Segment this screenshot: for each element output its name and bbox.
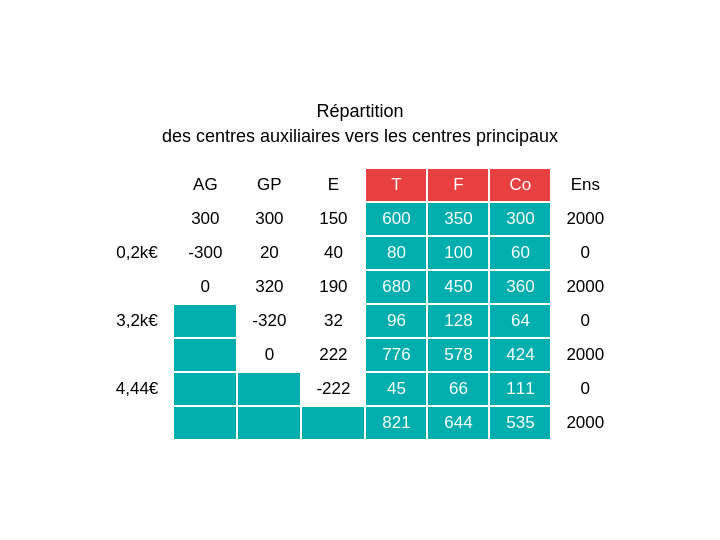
table-row: 8216445352000 xyxy=(101,406,619,440)
table-cell: 96 xyxy=(365,304,427,338)
table-cell: 2000 xyxy=(551,338,619,372)
table-row: 0,2k€-300204080100600 xyxy=(101,236,619,270)
table-cell: 600 xyxy=(365,202,427,236)
table-cell xyxy=(101,270,174,304)
table-cell: 150 xyxy=(301,202,365,236)
table-cell: 2000 xyxy=(551,270,619,304)
table-cell: -320 xyxy=(237,304,301,338)
table-row: AGGPETFCoEns xyxy=(101,168,619,202)
table-row: 4,44€-22245661110 xyxy=(101,372,619,406)
table-cell: 644 xyxy=(427,406,489,440)
table-row: 02227765784242000 xyxy=(101,338,619,372)
table-cell: Co xyxy=(489,168,551,202)
table-cell: 45 xyxy=(365,372,427,406)
table-cell xyxy=(237,406,301,440)
distribution-table: AGGPETFCoEns30030015060035030020000,2k€-… xyxy=(100,167,620,441)
table-cell: -300 xyxy=(173,236,237,270)
table-cell: -222 xyxy=(301,372,365,406)
table-cell: 360 xyxy=(489,270,551,304)
table-cell: GP xyxy=(237,168,301,202)
table-cell: 776 xyxy=(365,338,427,372)
table-cell xyxy=(101,168,174,202)
table-cell: T xyxy=(365,168,427,202)
table-cell: 60 xyxy=(489,236,551,270)
table-cell: 128 xyxy=(427,304,489,338)
table-cell: 4,44€ xyxy=(101,372,174,406)
table-cell: 0 xyxy=(173,270,237,304)
table-cell: 2000 xyxy=(551,406,619,440)
table-cell: 0 xyxy=(551,236,619,270)
table-cell: 111 xyxy=(489,372,551,406)
table-cell xyxy=(101,202,174,236)
table-cell xyxy=(101,338,174,372)
table-cell xyxy=(301,406,365,440)
table-cell: 578 xyxy=(427,338,489,372)
table-row: 03201906804503602000 xyxy=(101,270,619,304)
table-cell: 350 xyxy=(427,202,489,236)
table-cell: 64 xyxy=(489,304,551,338)
table-cell: 3,2k€ xyxy=(101,304,174,338)
table-cell: F xyxy=(427,168,489,202)
table-cell xyxy=(173,338,237,372)
table-cell: 80 xyxy=(365,236,427,270)
table-cell: 66 xyxy=(427,372,489,406)
table-cell: 2000 xyxy=(551,202,619,236)
table-row: 3,2k€-3203296128640 xyxy=(101,304,619,338)
table-row: 3003001506003503002000 xyxy=(101,202,619,236)
table-cell: 300 xyxy=(237,202,301,236)
table-cell xyxy=(173,372,237,406)
table-cell: 190 xyxy=(301,270,365,304)
table-cell: AG xyxy=(173,168,237,202)
table-cell: 300 xyxy=(173,202,237,236)
table-cell: 40 xyxy=(301,236,365,270)
table-cell: 32 xyxy=(301,304,365,338)
table-cell: 300 xyxy=(489,202,551,236)
table-cell xyxy=(101,406,174,440)
table-cell: 0,2k€ xyxy=(101,236,174,270)
table-cell: 222 xyxy=(301,338,365,372)
table-cell: 680 xyxy=(365,270,427,304)
table-cell: 821 xyxy=(365,406,427,440)
table-cell: Ens xyxy=(551,168,619,202)
table-cell: 535 xyxy=(489,406,551,440)
table-cell xyxy=(173,406,237,440)
table-cell: E xyxy=(301,168,365,202)
table-cell: 100 xyxy=(427,236,489,270)
table-cell: 424 xyxy=(489,338,551,372)
table-cell: 20 xyxy=(237,236,301,270)
table-cell: 0 xyxy=(551,304,619,338)
page-title: Répartition des centres auxiliaires vers… xyxy=(162,99,558,149)
table-cell: 320 xyxy=(237,270,301,304)
table-cell: 0 xyxy=(551,372,619,406)
table-cell xyxy=(173,304,237,338)
table-cell: 0 xyxy=(237,338,301,372)
table-cell xyxy=(237,372,301,406)
table-cell: 450 xyxy=(427,270,489,304)
